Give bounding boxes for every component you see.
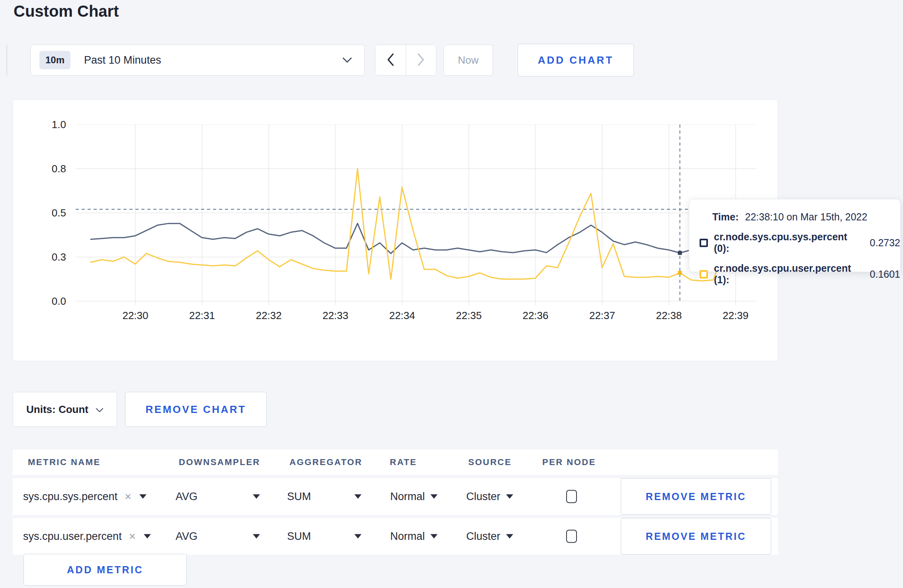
next-time-button[interactable] xyxy=(406,45,436,75)
clear-metric-icon[interactable]: × xyxy=(129,530,136,543)
x-axis-tick: 22:37 xyxy=(579,310,626,322)
y-axis-tick: 0.8 xyxy=(28,162,66,175)
clear-metric-icon[interactable]: × xyxy=(125,490,131,503)
col-header-aggregator: AGGREGATOR xyxy=(289,450,362,475)
table-row: sys.cpu.user.percent × AVG SUM Normal Cl… xyxy=(13,518,778,555)
chart-x-axis: 22:3022:3122:3222:3322:3422:3522:3622:37… xyxy=(76,310,756,324)
x-axis-tick: 22:39 xyxy=(712,310,760,322)
remove-metric-button[interactable]: REMOVE METRIC xyxy=(621,478,771,515)
toolbar-divider xyxy=(6,45,7,76)
aggregator-value: SUM xyxy=(287,530,311,543)
rate-select[interactable]: Normal xyxy=(390,530,438,543)
tooltip-metric-value: 0.2732 xyxy=(870,237,900,249)
y-axis-tick: 0.5 xyxy=(28,206,66,219)
sys-series-swatch-icon xyxy=(700,239,708,247)
x-axis-tick: 22:30 xyxy=(111,310,159,322)
source-select[interactable]: Cluster xyxy=(466,491,513,503)
chevron-down-icon xyxy=(342,56,352,65)
time-range-badge: 10m xyxy=(39,51,70,69)
x-axis-tick: 22:33 xyxy=(312,310,360,322)
tooltip-metric-label: cr.node.sys.cpu.sys.percent (0): xyxy=(714,231,865,254)
caret-down-icon xyxy=(430,534,438,539)
tooltip-metric-value: 0.1601 xyxy=(870,269,900,280)
metric-name-value: sys.cpu.user.percent xyxy=(23,530,122,543)
aggregator-select[interactable]: SUM xyxy=(287,491,362,503)
rate-select[interactable]: Normal xyxy=(390,491,438,503)
aggregator-select[interactable]: SUM xyxy=(287,530,362,543)
now-button[interactable]: Now xyxy=(444,45,493,76)
col-header-per-node: PER NODE xyxy=(542,450,596,475)
x-axis-tick: 22:32 xyxy=(245,310,293,322)
time-range-select[interactable]: 10m Past 10 Minutes xyxy=(30,45,365,76)
source-value: Cluster xyxy=(466,530,500,543)
x-axis-tick: 22:36 xyxy=(512,310,559,322)
tooltip-time-value: 22:38:10 on Mar 15th, 2022 xyxy=(745,211,867,222)
caret-down-icon[interactable] xyxy=(139,495,147,499)
downsampler-value: AVG xyxy=(176,491,197,503)
per-node-checkbox[interactable] xyxy=(566,490,577,503)
metrics-table-header: METRIC NAME DOWNSAMPLER AGGREGATOR RATE … xyxy=(13,450,778,475)
tooltip-time-label: Time: xyxy=(712,211,739,222)
x-axis-tick: 22:31 xyxy=(178,310,226,322)
y-axis-tick: 0.3 xyxy=(28,251,66,263)
downsampler-select[interactable]: AVG xyxy=(176,491,260,503)
chevron-right-icon xyxy=(416,53,425,68)
col-header-downsampler: DOWNSAMPLER xyxy=(179,450,260,475)
time-nav-group xyxy=(375,45,436,76)
time-range-label: Past 10 Minutes xyxy=(84,54,161,66)
caret-down-icon xyxy=(354,534,362,539)
metric-name-select[interactable]: sys.cpu.user.percent × xyxy=(23,530,151,543)
line-chart xyxy=(76,125,756,306)
caret-down-icon xyxy=(506,495,513,499)
x-axis-tick: 22:38 xyxy=(645,310,693,322)
units-label: Units: Count xyxy=(26,403,88,416)
col-header-metric-name: METRIC NAME xyxy=(28,450,101,475)
metric-name-value: sys.cpu.sys.percent xyxy=(23,491,117,503)
prev-time-button[interactable] xyxy=(375,45,406,75)
caret-down-icon xyxy=(253,495,260,499)
caret-down-icon xyxy=(354,495,362,499)
caret-down-icon xyxy=(253,534,260,539)
table-row: sys.cpu.sys.percent × AVG SUM Normal Clu… xyxy=(13,478,778,515)
caret-down-icon[interactable] xyxy=(144,534,151,539)
col-header-source: SOURCE xyxy=(468,450,512,475)
y-axis-tick: 0.0 xyxy=(28,295,66,308)
caret-down-icon xyxy=(506,534,513,539)
chart-hover-tooltip: Time:22:38:10 on Mar 15th, 2022 cr.node.… xyxy=(689,199,901,272)
source-select[interactable]: Cluster xyxy=(466,530,513,543)
aggregator-value: SUM xyxy=(287,491,311,503)
source-value: Cluster xyxy=(466,491,500,503)
tooltip-series-row: cr.node.sys.cpu.user.percent (1): 0.1601 xyxy=(700,263,900,286)
units-select[interactable]: Units: Count xyxy=(13,392,117,427)
rate-value: Normal xyxy=(390,530,425,543)
downsampler-select[interactable]: AVG xyxy=(176,530,260,543)
chart-y-axis: 0.00.30.50.81.0 xyxy=(28,125,66,301)
rate-value: Normal xyxy=(390,491,425,503)
x-axis-tick: 22:35 xyxy=(445,310,493,322)
page-title: Custom Chart xyxy=(14,2,119,20)
col-header-rate: RATE xyxy=(390,450,417,475)
add-chart-button[interactable]: ADD CHART xyxy=(518,44,634,76)
remove-metric-button[interactable]: REMOVE METRIC xyxy=(621,518,771,555)
downsampler-value: AVG xyxy=(176,530,197,543)
caret-down-icon xyxy=(430,495,438,499)
tooltip-series-row: cr.node.sys.cpu.sys.percent (0): 0.2732 xyxy=(700,231,900,254)
metric-name-select[interactable]: sys.cpu.sys.percent × xyxy=(23,490,147,503)
y-axis-tick: 1.0 xyxy=(28,118,66,131)
tooltip-time-row: Time:22:38:10 on Mar 15th, 2022 xyxy=(712,211,900,223)
user-series-swatch-icon xyxy=(700,270,708,278)
remove-chart-button[interactable]: REMOVE CHART xyxy=(125,392,267,427)
tooltip-metric-label: cr.node.sys.cpu.user.percent (1): xyxy=(714,263,865,286)
x-axis-tick: 22:34 xyxy=(378,310,426,322)
per-node-checkbox[interactable] xyxy=(566,530,577,543)
chevron-down-icon xyxy=(96,403,104,416)
chevron-left-icon xyxy=(386,53,395,68)
chart-plot-area[interactable] xyxy=(76,125,756,306)
add-metric-button[interactable]: ADD METRIC xyxy=(23,554,187,586)
